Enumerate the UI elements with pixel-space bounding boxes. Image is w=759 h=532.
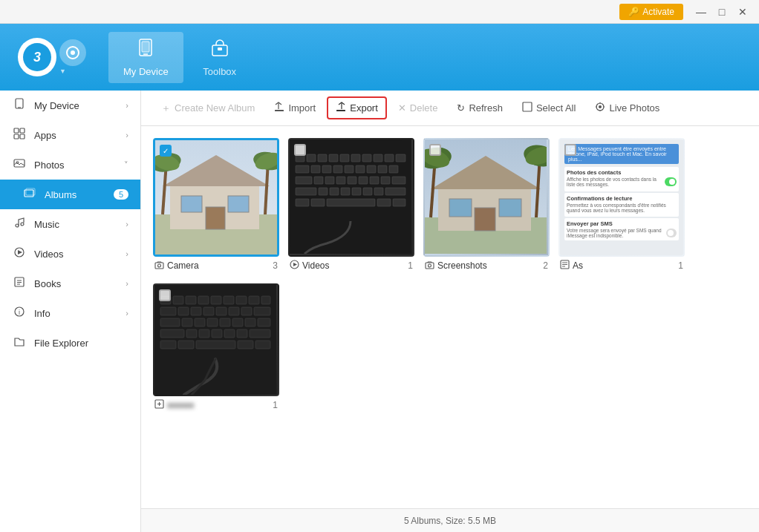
svg-point-17 bbox=[16, 224, 19, 227]
sidebar-item-info[interactable]: i Info › bbox=[0, 298, 140, 328]
svg-point-31 bbox=[599, 105, 602, 108]
camera-album-checkbox[interactable]: ✓ bbox=[160, 145, 172, 157]
main-layout: My Device › Apps › Photos ˅ Albums 5 bbox=[0, 91, 759, 532]
statusbar: 5 Albums, Size: 5.5 MB bbox=[141, 508, 759, 532]
svg-rect-91 bbox=[377, 199, 391, 206]
svg-rect-65 bbox=[333, 165, 342, 173]
album-thumb-camera[interactable]: ✓ bbox=[153, 138, 279, 257]
albums-badge: 5 bbox=[114, 189, 128, 200]
svg-rect-136 bbox=[220, 318, 230, 326]
as-album-icon bbox=[560, 260, 570, 272]
videos-album-name: Videos bbox=[302, 260, 405, 271]
delete-button[interactable]: ✕ Delete bbox=[390, 98, 446, 118]
refresh-button[interactable]: ↻ Refresh bbox=[449, 98, 511, 118]
sidebar-books-label: Books bbox=[34, 278, 118, 289]
svg-marker-20 bbox=[18, 250, 22, 254]
maximize-button[interactable]: □ bbox=[711, 1, 732, 22]
sidebar-apps-label: Apps bbox=[34, 130, 118, 141]
svg-rect-82 bbox=[330, 188, 339, 195]
svg-rect-144 bbox=[224, 329, 235, 338]
app-logo: 3 bbox=[15, 35, 59, 79]
music-sidebar-icon bbox=[12, 217, 27, 231]
svg-rect-59 bbox=[374, 154, 382, 162]
toolbox-icon bbox=[209, 38, 230, 63]
svg-rect-117 bbox=[186, 296, 196, 304]
svg-rect-89 bbox=[311, 199, 325, 206]
sidebar-item-books[interactable]: Books › bbox=[0, 269, 140, 298]
svg-rect-70 bbox=[389, 165, 398, 173]
export-button[interactable]: Export bbox=[327, 96, 387, 119]
svg-rect-42 bbox=[206, 207, 225, 229]
svg-rect-142 bbox=[199, 329, 209, 338]
album-thumb-videos[interactable] bbox=[288, 138, 414, 257]
album-thumb-as[interactable]: Les Messages peuvent être envoyés entre … bbox=[558, 138, 685, 257]
sidebar-item-file-explorer[interactable]: File Explorer bbox=[0, 328, 140, 358]
svg-rect-132 bbox=[160, 318, 180, 326]
camera-album-name: Camera bbox=[167, 260, 270, 271]
app-header: 3 ▼ My Device Toolbox bbox=[0, 24, 759, 91]
toolbar: ＋ Create New Album Import Export ✕ Delet… bbox=[141, 91, 759, 126]
album-item-as[interactable]: Les Messages peuvent être envoyés entre … bbox=[558, 138, 685, 275]
screenshots-album-checkbox[interactable] bbox=[429, 144, 441, 156]
album-thumb-screenshots[interactable] bbox=[423, 138, 550, 257]
svg-rect-134 bbox=[195, 318, 205, 326]
svg-rect-77 bbox=[370, 177, 379, 184]
svg-marker-94 bbox=[293, 263, 297, 266]
activate-button[interactable]: 🔑 Activate bbox=[619, 4, 683, 20]
nav-tab-my-device[interactable]: My Device bbox=[108, 32, 183, 83]
svg-rect-12 bbox=[20, 134, 25, 139]
info-sidebar-icon: i bbox=[12, 306, 27, 321]
album-item-unknown[interactable]: ●●●●● 1 bbox=[153, 283, 279, 414]
svg-rect-64 bbox=[322, 165, 331, 173]
keyboard2-thumbnail bbox=[154, 285, 276, 396]
house-thumbnail bbox=[155, 140, 277, 254]
import-button[interactable]: Import bbox=[266, 97, 324, 119]
sidebar-item-apps[interactable]: Apps › bbox=[0, 120, 140, 150]
svg-rect-148 bbox=[178, 341, 194, 349]
sidebar-item-my-device[interactable]: My Device › bbox=[0, 91, 140, 120]
svg-rect-72 bbox=[314, 177, 323, 184]
sidebar-my-device-label: My Device bbox=[34, 100, 118, 111]
album-item-videos[interactable]: Videos 1 bbox=[288, 138, 414, 275]
as-album-checkbox[interactable] bbox=[564, 144, 576, 156]
key-icon: 🔑 bbox=[628, 7, 639, 17]
live-photos-button[interactable]: Live Photos bbox=[587, 97, 668, 119]
content-area: ＋ Create New Album Import Export ✕ Delet… bbox=[141, 91, 759, 532]
books-sidebar-icon bbox=[12, 276, 27, 291]
sidebar-apps-arrow: › bbox=[126, 131, 128, 139]
select-all-button[interactable]: Select All bbox=[514, 97, 584, 119]
screenshots-album-name: Screenshots bbox=[437, 260, 540, 271]
svg-rect-86 bbox=[374, 188, 383, 195]
sidebar-item-videos[interactable]: Videos › bbox=[0, 239, 140, 269]
album-meta-camera: Camera 3 bbox=[153, 257, 279, 275]
nav-tabs: My Device Toolbox bbox=[108, 32, 253, 83]
album-item-camera[interactable]: ✓ Camera 3 bbox=[153, 138, 279, 275]
sidebar-item-photos[interactable]: Photos ˅ bbox=[0, 150, 140, 180]
svg-rect-145 bbox=[237, 329, 247, 338]
svg-rect-146 bbox=[250, 329, 270, 338]
svg-rect-68 bbox=[367, 165, 376, 173]
album-thumb-unknown[interactable] bbox=[153, 283, 279, 396]
album-item-screenshots[interactable]: Screenshots 2 bbox=[423, 138, 550, 275]
minimize-button[interactable]: — bbox=[691, 1, 711, 22]
close-button[interactable]: ✕ bbox=[732, 1, 753, 22]
delete-icon: ✕ bbox=[398, 102, 406, 114]
create-album-button[interactable]: ＋ Create New Album bbox=[153, 97, 263, 119]
plus-icon: ＋ bbox=[161, 102, 171, 115]
svg-rect-133 bbox=[182, 318, 192, 326]
svg-rect-41 bbox=[228, 196, 249, 212]
camera-album-count: 3 bbox=[273, 260, 278, 271]
keyboard-thumbnail bbox=[290, 139, 411, 254]
svg-rect-129 bbox=[229, 307, 239, 315]
svg-rect-6 bbox=[218, 47, 222, 50]
sidebar-albums-label: Albums bbox=[45, 189, 106, 200]
nav-tab-toolbox[interactable]: Toolbox bbox=[186, 32, 253, 83]
apps-sidebar-icon bbox=[12, 128, 27, 142]
sidebar-item-albums[interactable]: Albums 5 bbox=[0, 180, 140, 209]
videos-album-checkbox[interactable] bbox=[294, 144, 306, 156]
unknown-album-checkbox[interactable] bbox=[159, 289, 171, 301]
svg-rect-138 bbox=[245, 318, 255, 326]
sidebar-photos-label: Photos bbox=[34, 160, 117, 171]
sidebar-item-music[interactable]: Music › bbox=[0, 209, 140, 239]
svg-rect-81 bbox=[319, 188, 328, 195]
